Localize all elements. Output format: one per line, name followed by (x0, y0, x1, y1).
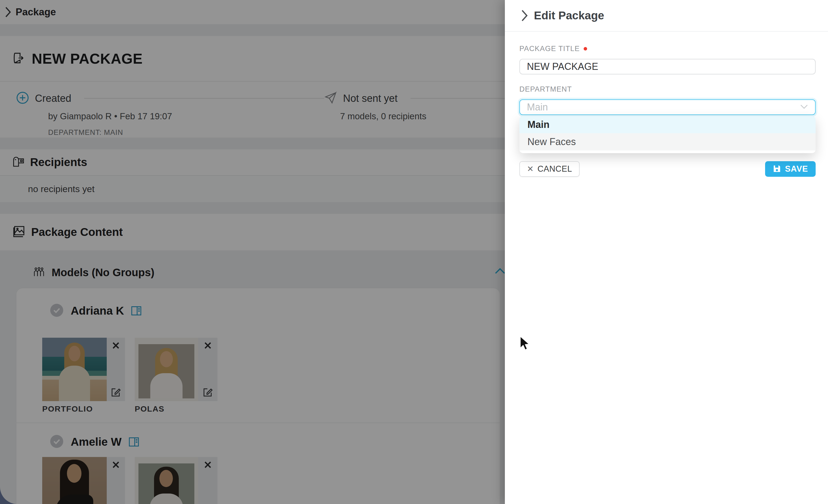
panel-title: Edit Package (534, 9, 604, 22)
floppy-disk-icon (773, 165, 781, 174)
panel-header: Edit Package (505, 0, 828, 32)
modal-dim-overlay[interactable] (0, 0, 505, 504)
department-select[interactable]: Main (520, 99, 816, 115)
edit-package-panel: Edit Package PACKAGE TITLE DEPARTMENT Ma… (505, 0, 828, 504)
chevron-down-icon (800, 104, 808, 110)
x-icon: ✕ (527, 165, 534, 173)
dropdown-option-main[interactable]: Main (520, 116, 816, 133)
panel-actions: ✕ CANCEL SAVE (520, 161, 816, 177)
cancel-button[interactable]: ✕ CANCEL (520, 161, 580, 177)
department-dropdown: Main New Faces (520, 116, 816, 153)
chevron-right-icon[interactable] (520, 9, 529, 22)
department-label: DEPARTMENT (520, 85, 816, 93)
package-title-input[interactable] (520, 59, 816, 75)
department-select-value: Main (527, 101, 800, 113)
dropdown-option-new-faces[interactable]: New Faces (520, 133, 816, 150)
save-button[interactable]: SAVE (765, 161, 816, 177)
package-title-label: PACKAGE TITLE (520, 45, 816, 53)
mouse-cursor (518, 335, 530, 352)
required-dot (584, 47, 587, 50)
